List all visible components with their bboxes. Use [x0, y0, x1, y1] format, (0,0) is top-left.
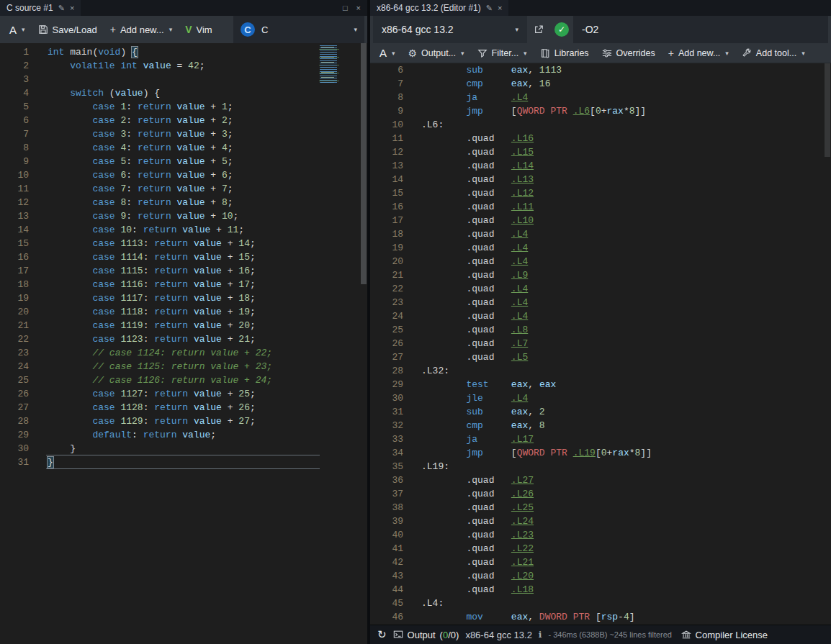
code-token	[421, 420, 466, 431]
open-in-new-window-button[interactable]	[527, 16, 550, 43]
recompile-button[interactable]: ↻	[377, 628, 387, 641]
license-bank-icon	[681, 630, 691, 640]
asm-label-link[interactable]: .L14	[511, 160, 534, 171]
tab-compiler[interactable]: x86-64 gcc 13.2 (Editor #1) ✎ ×	[370, 0, 508, 16]
asm-label-link[interactable]: .L4	[511, 92, 528, 103]
output-toggle-button[interactable]: Output (0/0)	[393, 630, 459, 640]
asm-label-link[interactable]: .L15	[511, 147, 534, 158]
asm-label-link[interactable]: .L20	[511, 571, 534, 581]
asm-label-link[interactable]: .L4	[511, 256, 528, 267]
asm-label-link[interactable]: .L12	[511, 188, 534, 199]
font-size-button[interactable]: A ▾	[373, 43, 402, 63]
vim-toggle-button[interactable]: V Vim	[179, 16, 219, 43]
asm-label-link[interactable]: .L16	[511, 133, 534, 144]
close-tab-icon[interactable]: ×	[498, 4, 502, 12]
asm-label-link[interactable]: .L27	[511, 475, 534, 486]
scrollbar-thumb[interactable]	[825, 63, 830, 157]
code-line: 39 .quad .L24	[370, 514, 831, 528]
code-token: return	[154, 402, 188, 413]
scrollbar-thumb[interactable]	[361, 43, 367, 284]
assembly-scrollbar[interactable]	[824, 63, 831, 625]
tab-c-source[interactable]: C source #1 ✎ ×	[0, 0, 81, 16]
status-compiler-name: x86-64 gcc 13.2	[465, 630, 532, 640]
code-line: 43 .quad .L20	[370, 569, 831, 583]
code-text: .quad .L4	[403, 309, 528, 323]
add-tool-dropdown[interactable]: Add tool... ▾	[735, 43, 812, 63]
code-token	[421, 215, 466, 226]
code-token: case	[92, 170, 114, 181]
code-token: ;	[250, 307, 256, 317]
asm-label-link[interactable]: .L21	[511, 557, 534, 568]
asm-label-link[interactable]: .L23	[511, 530, 534, 540]
asm-label-link[interactable]: .L4	[511, 311, 528, 322]
asm-label-link[interactable]: .L17	[511, 434, 534, 445]
source-scrollbar[interactable]	[360, 43, 367, 644]
asm-label-link[interactable]: .L10	[511, 215, 534, 226]
code-line: 7 case 3: return value + 3;	[0, 127, 367, 141]
code-token	[483, 393, 511, 404]
code-token	[494, 530, 511, 540]
add-new-dropdown[interactable]: + Add new... ▾	[104, 16, 179, 43]
rename-pencil-icon[interactable]: ✎	[58, 4, 65, 13]
compiler-license-link[interactable]: Compiler License	[681, 630, 768, 640]
line-number: 5	[0, 100, 29, 114]
code-token: case	[92, 279, 114, 290]
asm-label-link[interactable]: .L4	[511, 284, 528, 294]
maximize-icon[interactable]: □	[343, 4, 348, 12]
libraries-button[interactable]: Libraries	[534, 43, 596, 63]
info-icon[interactable]: ℹ	[539, 630, 542, 640]
line-number: 36	[370, 473, 403, 487]
asm-label-link[interactable]: .L4	[511, 242, 528, 253]
asm-label-link[interactable]: .L18	[511, 584, 534, 595]
output-counts: (0/0)	[440, 630, 459, 640]
overrides-button[interactable]: Overrides	[596, 43, 662, 63]
asm-label-link[interactable]: .L13	[511, 174, 534, 185]
minimap[interactable]	[318, 45, 340, 83]
asm-label-link[interactable]: .L9	[511, 270, 528, 281]
asm-label-link[interactable]: .L4	[511, 297, 528, 308]
rename-pencil-icon[interactable]: ✎	[486, 4, 493, 13]
compiler-select[interactable]: x86-64 gcc 13.2 ▾	[373, 16, 527, 43]
add-new-dropdown[interactable]: + Add new... ▾	[662, 43, 735, 63]
asm-label-link[interactable]: .L6	[573, 106, 590, 117]
asm-label-link[interactable]: .L5	[511, 352, 528, 363]
asm-label-link[interactable]: .L26	[511, 489, 534, 499]
code-token: :	[143, 334, 155, 345]
code-token: return	[154, 334, 188, 345]
close-tab-icon[interactable]: ×	[70, 4, 74, 12]
output-options-dropdown[interactable]: ⚙ Output... ▾	[402, 43, 471, 63]
code-token: case	[92, 252, 114, 263]
assembly-output-editor[interactable]: 6 sub eax, 11137 cmp eax, 168 ja .L49 jm…	[370, 63, 831, 625]
code-text: ja .L4	[403, 91, 528, 104]
asm-label-link[interactable]: .L22	[511, 543, 534, 554]
asm-label-link[interactable]: .L19	[573, 448, 596, 458]
code-token: return	[143, 225, 177, 235]
code-line: 13 case 9: return value + 10;	[0, 209, 367, 223]
code-token: value	[194, 334, 222, 345]
code-token	[421, 489, 466, 499]
asm-label-link[interactable]: .L25	[511, 502, 534, 513]
code-line: 34 jmp [QWORD PTR .L19[0+rax*8]]	[370, 446, 831, 460]
asm-label-link[interactable]: .L4	[511, 229, 528, 240]
asm-label-link[interactable]: .L11	[511, 201, 534, 212]
asm-label-link[interactable]: .L7	[511, 338, 528, 349]
compiler-options-input[interactable]	[573, 16, 828, 43]
asm-label-link[interactable]: .L4	[511, 393, 528, 404]
save-load-button[interactable]: Save/Load	[32, 16, 104, 43]
code-text: .quad .L26	[403, 487, 534, 501]
code-token: +	[210, 225, 227, 235]
font-size-button[interactable]: A ▾	[3, 16, 32, 43]
language-select[interactable]: C C ▾	[233, 16, 364, 43]
code-token: .quad	[466, 557, 494, 568]
code-token: 27	[238, 416, 250, 427]
close-pane-icon[interactable]: ×	[356, 4, 361, 12]
code-token: 1129	[120, 416, 143, 427]
asm-label-link[interactable]: .L8	[511, 325, 528, 335]
code-text: cmp eax, 8	[403, 419, 545, 432]
code-token	[494, 338, 511, 349]
code-token: *	[624, 106, 629, 117]
source-code-editor[interactable]: 1int main(void) {2 volatile int value = …	[0, 43, 367, 644]
asm-label-link[interactable]: .L24	[511, 516, 534, 527]
filter-dropdown[interactable]: Filter... ▾	[471, 43, 534, 63]
code-token: ,	[528, 612, 539, 622]
